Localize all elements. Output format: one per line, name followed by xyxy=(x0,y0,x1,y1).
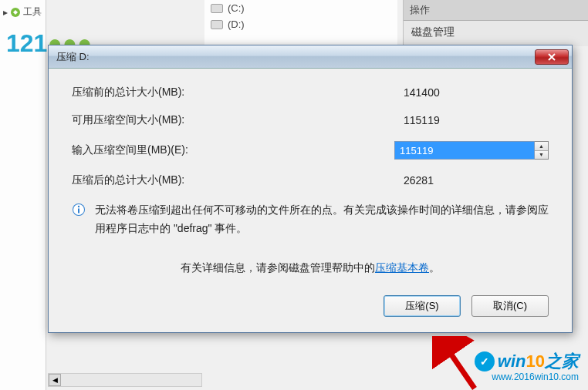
drive-icon xyxy=(211,20,223,29)
actions-title: 磁盘管理 xyxy=(404,21,588,44)
tool-icon xyxy=(9,6,22,18)
dialog-body: 压缩前的总计大小(MB): 141400 可用压缩空间大小(MB): 11511… xyxy=(49,69,572,332)
shrink-button[interactable]: 压缩(S) xyxy=(384,295,461,317)
value-available: 115119 xyxy=(334,114,440,126)
info-row: 无法将卷压缩到超出任何不可移动的文件所在的点。有关完成该操作时间的详细信息，请参… xyxy=(72,201,549,238)
row-after-size: 压缩后的总计大小(MB): 26281 xyxy=(72,173,549,187)
help-suffix: 。 xyxy=(429,261,440,274)
actions-panel: 操作 磁盘管理 xyxy=(403,0,588,46)
shrink-dialog: 压缩 D: 压缩前的总计大小(MB): 141400 可用压缩空间大小(MB):… xyxy=(48,45,573,333)
tree-item[interactable]: ▸ 工具 xyxy=(2,3,44,21)
label-input: 输入压缩空间里(MB)(E): xyxy=(72,143,326,157)
row-before-size: 压缩前的总计大小(MB): 141400 xyxy=(72,86,549,99)
close-button[interactable] xyxy=(535,49,569,65)
spinner: ▲ ▼ xyxy=(535,141,549,160)
value-after: 26281 xyxy=(334,174,434,187)
label-after: 压缩后的总计大小(MB): xyxy=(72,173,334,187)
tree-panel: ▸ 工具 xyxy=(0,0,46,390)
horizontal-scrollbar[interactable]: ◀ xyxy=(48,373,202,387)
row-input-size: 输入压缩空间里(MB)(E): ▲ ▼ xyxy=(72,141,549,160)
value-before: 141400 xyxy=(334,86,440,99)
drive-label: (C:) xyxy=(228,2,245,14)
shrink-amount-input[interactable] xyxy=(394,141,535,160)
spinner-down[interactable]: ▼ xyxy=(535,151,548,160)
drive-icon xyxy=(211,4,223,13)
help-row: 有关详细信息，请参阅磁盘管理帮助中的压缩基本卷。 xyxy=(72,261,549,275)
label-available: 可用压缩空间大小(MB): xyxy=(72,113,334,127)
help-link[interactable]: 压缩基本卷 xyxy=(375,261,429,274)
row-available-size: 可用压缩空间大小(MB): 115119 xyxy=(72,113,549,127)
info-text: 无法将卷压缩到超出任何不可移动的文件所在的点。有关完成该操作时间的详细信息，请参… xyxy=(95,201,549,238)
spinner-up[interactable]: ▲ xyxy=(535,142,548,151)
drive-row[interactable]: (D:) xyxy=(204,16,397,32)
svg-point-3 xyxy=(78,206,79,207)
tree-label: 工具 xyxy=(23,5,42,18)
dialog-title: 压缩 D: xyxy=(56,50,90,64)
drive-list: (C:) (D:) xyxy=(204,0,397,46)
close-icon xyxy=(547,52,556,62)
svg-rect-4 xyxy=(78,209,79,213)
actions-header: 操作 xyxy=(404,0,588,21)
scroll-left-icon[interactable]: ◀ xyxy=(49,374,61,386)
help-prefix: 有关详细信息，请参阅磁盘管理帮助中的 xyxy=(181,261,375,274)
button-row: 压缩(S) 取消(C) xyxy=(72,291,549,318)
cancel-button[interactable]: 取消(C) xyxy=(471,295,549,317)
info-icon xyxy=(72,203,86,217)
drive-row[interactable]: (C:) xyxy=(204,0,397,16)
titlebar[interactable]: 压缩 D: xyxy=(49,45,572,69)
label-before: 压缩前的总计大小(MB): xyxy=(72,86,334,99)
drive-label: (D:) xyxy=(228,18,245,30)
